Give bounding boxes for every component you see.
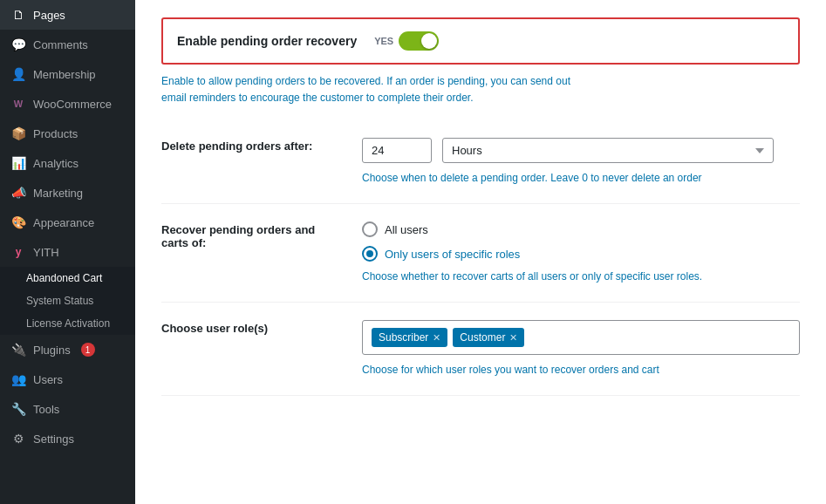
main-content: Enable pending order recovery YES Enable… xyxy=(135,0,826,504)
sidebar-label-products: Products xyxy=(33,127,78,140)
pages-icon: 🗋 xyxy=(10,7,26,23)
delete-pending-row: Delete pending orders after: Hours Days … xyxy=(161,120,800,204)
enable-recovery-section: Enable pending order recovery YES xyxy=(161,17,800,65)
tag-customer[interactable]: Customer ✕ xyxy=(453,328,524,347)
sidebar-item-license-activation[interactable]: License Activation xyxy=(0,312,135,335)
recover-orders-label: Recover pending orders and carts of: xyxy=(161,221,336,249)
delete-pending-control: Hours Days Weeks Choose when to delete a… xyxy=(362,138,800,186)
hours-select[interactable]: Hours Days Weeks xyxy=(442,138,774,163)
plugins-badge: 1 xyxy=(81,343,95,357)
user-roles-control: Subscriber ✕ Customer ✕ Choose for which… xyxy=(362,320,800,378)
tag-subscriber[interactable]: Subscriber ✕ xyxy=(372,328,447,347)
membership-icon: 👤 xyxy=(10,66,26,82)
sidebar-label-comments: Comments xyxy=(33,38,88,51)
radio-all-users-label: All users xyxy=(385,223,428,236)
sidebar-item-products[interactable]: 📦 Products xyxy=(0,119,135,148)
user-roles-row: Choose user role(s) Subscriber ✕ Custome… xyxy=(161,303,800,396)
sidebar-label-marketing: Marketing xyxy=(33,187,83,200)
tag-customer-close[interactable]: ✕ xyxy=(509,332,517,344)
enable-recovery-description: Enable to allow pending orders to be rec… xyxy=(161,65,800,120)
radio-specific-roles-circle xyxy=(362,246,378,262)
sidebar-item-analytics[interactable]: 📊 Analytics xyxy=(0,148,135,178)
tag-subscriber-label: Subscriber xyxy=(379,331,428,344)
settings-icon: ⚙ xyxy=(10,431,26,446)
delete-pending-number-input[interactable] xyxy=(362,138,432,163)
sidebar-item-comments[interactable]: 💬 Comments xyxy=(0,30,135,59)
sidebar-item-settings[interactable]: ⚙ Settings xyxy=(0,424,135,453)
radio-specific-roles[interactable]: Only users of specific roles xyxy=(362,246,800,262)
products-icon: 📦 xyxy=(10,126,26,141)
sidebar: 🗋 Pages 💬 Comments 👤 Membership W WooCom… xyxy=(0,0,135,504)
tag-customer-label: Customer xyxy=(460,331,505,344)
comments-icon: 💬 xyxy=(10,37,26,52)
user-roles-label: Choose user role(s) xyxy=(161,320,336,335)
sidebar-label-abandoned-cart: Abandoned Cart xyxy=(26,272,102,284)
sidebar-item-marketing[interactable]: 📣 Marketing xyxy=(0,178,135,208)
sidebar-label-analytics: Analytics xyxy=(33,157,79,170)
sidebar-label-appearance: Appearance xyxy=(33,216,94,229)
delete-pending-helper: Choose when to delete a pending order. L… xyxy=(362,170,800,186)
recover-orders-radio-group: All users Only users of specific roles xyxy=(362,221,800,262)
sidebar-label-users: Users xyxy=(33,373,63,386)
sidebar-item-system-status[interactable]: System Status xyxy=(0,289,135,312)
delete-pending-label: Delete pending orders after: xyxy=(161,138,336,153)
delete-pending-inputs: Hours Days Weeks xyxy=(362,138,800,163)
users-icon: 👥 xyxy=(10,371,26,387)
plugins-icon: 🔌 xyxy=(10,342,26,358)
sidebar-label-tools: Tools xyxy=(33,403,59,416)
appearance-icon: 🎨 xyxy=(10,215,26,230)
sidebar-item-tools[interactable]: 🔧 Tools xyxy=(0,394,135,424)
sidebar-item-plugins[interactable]: 🔌 Plugins 1 xyxy=(0,335,135,364)
sidebar-label-woocommerce: WooCommerce xyxy=(33,98,112,111)
sidebar-item-appearance[interactable]: 🎨 Appearance xyxy=(0,208,135,237)
recover-orders-control: All users Only users of specific roles C… xyxy=(362,221,800,284)
user-roles-helper: Choose for which user roles you want to … xyxy=(362,362,800,378)
recover-orders-row: Recover pending orders and carts of: All… xyxy=(161,204,800,303)
radio-all-users-circle xyxy=(362,221,378,237)
enable-recovery-toggle-container[interactable]: YES xyxy=(374,31,439,51)
sidebar-label-license-activation: License Activation xyxy=(26,317,110,330)
sidebar-label-settings: Settings xyxy=(33,432,74,446)
recover-orders-helper: Choose whether to recover carts of all u… xyxy=(362,269,800,284)
analytics-icon: 📊 xyxy=(10,155,26,171)
sidebar-label-membership: Membership xyxy=(33,68,96,81)
tag-subscriber-close[interactable]: ✕ xyxy=(433,332,440,344)
sidebar-item-pages[interactable]: 🗋 Pages xyxy=(0,0,135,30)
radio-specific-roles-label: Only users of specific roles xyxy=(385,248,520,261)
toggle-yes-label: YES xyxy=(374,36,393,46)
yith-icon: y xyxy=(10,244,26,260)
yith-submenu: Abandoned Cart System Status License Act… xyxy=(0,267,135,335)
sidebar-item-abandoned-cart[interactable]: Abandoned Cart xyxy=(0,267,135,289)
sidebar-label-system-status: System Status xyxy=(26,295,93,307)
sidebar-item-membership[interactable]: 👤 Membership xyxy=(0,59,135,89)
enable-recovery-toggle[interactable] xyxy=(399,31,439,51)
sidebar-label-pages: Pages xyxy=(33,9,65,22)
sidebar-label-yith: YITH xyxy=(33,246,59,259)
enable-recovery-label: Enable pending order recovery xyxy=(177,34,357,48)
user-roles-tags-container[interactable]: Subscriber ✕ Customer ✕ xyxy=(362,320,800,355)
sidebar-item-users[interactable]: 👥 Users xyxy=(0,364,135,394)
woocommerce-icon: W xyxy=(10,96,26,112)
sidebar-item-yith[interactable]: y YITH xyxy=(0,237,135,267)
toggle-knob xyxy=(421,33,437,49)
marketing-icon: 📣 xyxy=(10,185,26,201)
hours-select-container: Hours Days Weeks xyxy=(442,138,774,163)
radio-all-users[interactable]: All users xyxy=(362,221,800,237)
sidebar-label-plugins: Plugins xyxy=(33,344,71,357)
tools-icon: 🔧 xyxy=(10,401,26,417)
sidebar-item-woocommerce[interactable]: W WooCommerce xyxy=(0,89,135,119)
